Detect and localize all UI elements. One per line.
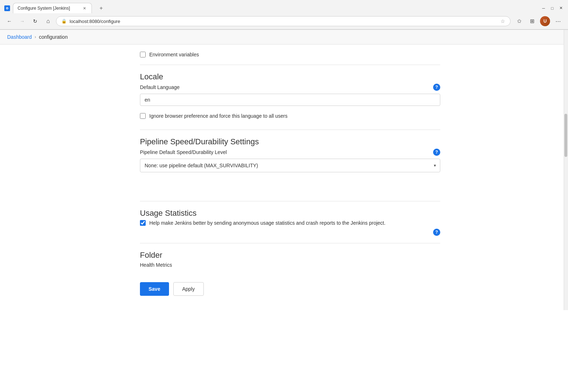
bookmark-icon[interactable]: ☆ <box>501 18 505 24</box>
default-language-label: Default Language <box>140 84 180 90</box>
lock-icon: 🔒 <box>61 19 67 24</box>
default-language-input[interactable] <box>140 94 440 106</box>
pipeline-level-label: Pipeline Default Speed/Durability Level <box>140 149 227 155</box>
minimize-button[interactable]: ─ <box>541 5 546 11</box>
tab-favicon <box>4 5 10 11</box>
breadcrumb: Dashboard › configuration <box>0 30 568 45</box>
ignore-browser-row: Ignore browser preference and force this… <box>140 113 440 119</box>
home-button[interactable]: ⌂ <box>43 16 53 26</box>
url-text: localhost:8080/configure <box>70 19 498 24</box>
usage-divider <box>140 201 440 201</box>
pipeline-level-group: Pipeline Default Speed/Durability Level … <box>140 149 440 172</box>
favorites-button[interactable]: ✩ <box>513 15 525 27</box>
env-vars-checkbox[interactable] <box>140 52 146 57</box>
refresh-button[interactable]: ↻ <box>30 16 40 26</box>
ignore-browser-label: Ignore browser preference and force this… <box>149 113 287 119</box>
folder-heading: Folder <box>140 251 440 260</box>
pipeline-level-select-wrapper: None: use pipeline default (MAX_SURVIVAB… <box>140 159 440 172</box>
pipeline-divider <box>140 130 440 130</box>
locale-divider <box>140 65 440 65</box>
collections-button[interactable]: ⊞ <box>526 15 538 27</box>
close-window-button[interactable]: ✕ <box>558 5 564 11</box>
usage-stats-label: Help make Jenkins better by sending anon… <box>149 220 440 226</box>
ignore-browser-checkbox[interactable] <box>140 113 146 119</box>
usage-stats-checkbox[interactable] <box>140 220 146 226</box>
button-row: Save Apply <box>140 275 440 296</box>
apply-button[interactable]: Apply <box>173 282 204 296</box>
usage-help-icon[interactable]: ? <box>433 229 440 236</box>
env-vars-label: Environment variables <box>149 52 199 57</box>
pipeline-level-select[interactable]: None: use pipeline default (MAX_SURVIVAB… <box>140 159 440 172</box>
tab-title: Configure System [Jenkins] <box>18 6 79 11</box>
locale-heading: Locale <box>140 72 440 81</box>
back-button[interactable]: ← <box>4 16 14 26</box>
new-tab-button[interactable]: + <box>96 3 106 13</box>
breadcrumb-current: configuration <box>39 34 68 40</box>
usage-help-container: ? <box>140 229 440 236</box>
folder-divider <box>140 243 440 243</box>
maximize-button[interactable]: □ <box>549 5 555 11</box>
save-button[interactable]: Save <box>140 282 169 296</box>
forward-button[interactable]: → <box>17 16 27 26</box>
usage-stats-row: Help make Jenkins better by sending anon… <box>140 220 440 226</box>
active-tab[interactable]: Configure System [Jenkins] ✕ <box>13 3 92 13</box>
breadcrumb-home[interactable]: Dashboard <box>7 34 32 40</box>
breadcrumb-separator: › <box>35 34 36 39</box>
usage-heading: Usage Statistics <box>140 209 440 218</box>
user-profile-button[interactable]: U <box>539 15 551 27</box>
scrollbar[interactable] <box>564 30 568 310</box>
health-metrics-label: Health Metrics <box>140 262 440 268</box>
url-bar[interactable]: 🔒 localhost:8080/configure ☆ <box>56 16 511 26</box>
more-button[interactable]: ⋯ <box>552 15 564 27</box>
default-language-help-icon[interactable]: ? <box>433 84 440 91</box>
env-vars-row: Environment variables <box>140 52 440 57</box>
avatar: U <box>540 16 550 26</box>
pipeline-level-help-icon[interactable]: ? <box>433 149 440 156</box>
main-content: Environment variables Locale Default Lan… <box>0 45 460 310</box>
svg-point-2 <box>7 8 8 9</box>
pipeline-heading: Pipeline Speed/Durability Settings <box>140 137 440 146</box>
default-language-group: Default Language ? <box>140 84 440 106</box>
scroll-thumb <box>564 114 567 157</box>
tab-close-icon[interactable]: ✕ <box>81 5 87 11</box>
